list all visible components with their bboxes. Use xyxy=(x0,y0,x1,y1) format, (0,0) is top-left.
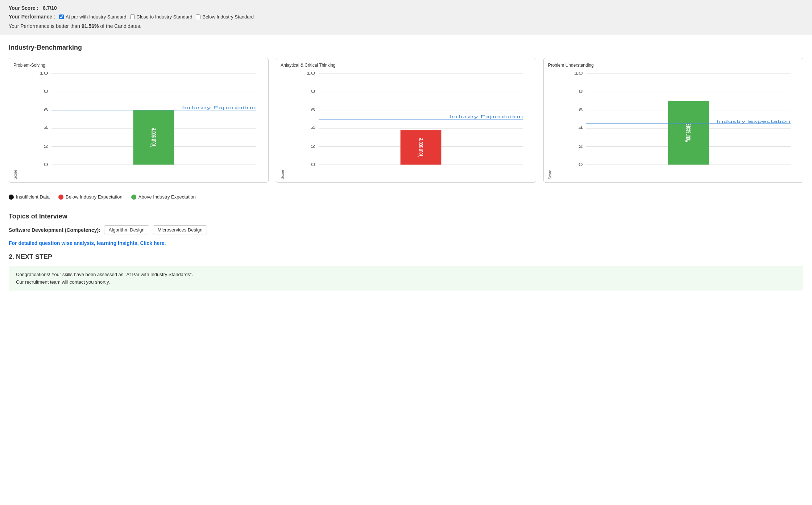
checkbox-atpar-label: At par with Industry Standard xyxy=(66,14,127,20)
chart-title-analytical: Anlaytical & Critical Thinking xyxy=(281,63,531,68)
legend-label: Below Industry Expectation xyxy=(66,194,123,200)
chart-svg-problem-solving: 0246810Your scoreIndustry Expectation xyxy=(19,71,264,172)
svg-text:2: 2 xyxy=(44,144,49,148)
checkbox-atpar[interactable]: At par with Industry Standard xyxy=(59,14,127,20)
legend-item: Insufficient Data xyxy=(9,194,50,200)
congrats-box: Congratulations! Your skills have been a… xyxy=(9,266,803,291)
svg-text:Industry Expectation: Industry Expectation xyxy=(182,106,256,110)
benchmarking-title: Industry-Benchmarking xyxy=(9,44,803,51)
competency-label: Software Development (Competency): xyxy=(9,227,100,233)
score-label: Your Score : xyxy=(9,5,38,11)
svg-text:8: 8 xyxy=(578,89,583,93)
better-than-text-before: Your Performance is better than xyxy=(9,23,82,29)
chart-area-analytical: Score0246810Your scoreIndustry Expectati… xyxy=(281,71,531,179)
congrats-line1: Congratulations! Your skills have been a… xyxy=(16,272,796,277)
legend-row: Insufficient DataBelow Industry Expectat… xyxy=(9,191,803,203)
chart-analytical: Anlaytical & Critical ThinkingScore02468… xyxy=(276,58,536,183)
svg-text:8: 8 xyxy=(311,89,316,93)
legend-dot xyxy=(58,195,63,200)
legend-item: Above Industry Expectation xyxy=(131,194,196,200)
checkbox-close[interactable]: Close to Industry Standard xyxy=(130,14,192,20)
topics-section: Topics of Interview Software Development… xyxy=(9,213,803,246)
svg-text:Your score: Your score xyxy=(683,124,692,142)
charts-row: Problem-SolvingScore0246810Your scoreInd… xyxy=(9,58,803,183)
checkbox-close-label: Close to Industry Standard xyxy=(137,14,192,20)
score-line: Your Score : 6.7/10 xyxy=(9,5,803,11)
main-content: Industry-Benchmarking Problem-SolvingSco… xyxy=(0,35,812,296)
chart-inner-problem-understanding: 0246810Your scoreIndustry Expectation xyxy=(554,71,799,179)
svg-text:8: 8 xyxy=(44,89,49,93)
svg-text:Your score: Your score xyxy=(148,128,158,147)
chart-inner-analytical: 0246810Your scoreIndustry Expectation xyxy=(286,71,531,179)
svg-text:0: 0 xyxy=(44,163,49,167)
svg-text:0: 0 xyxy=(578,163,583,167)
next-step-section: 2. NEXT STEP Congratulations! Your skill… xyxy=(9,253,803,291)
legend-label: Insufficient Data xyxy=(16,194,50,200)
topics-title: Topics of Interview xyxy=(9,213,803,220)
y-axis-label-problem-solving: Score xyxy=(13,71,17,179)
svg-text:10: 10 xyxy=(574,71,583,75)
chart-svg-problem-understanding: 0246810Your scoreIndustry Expectation xyxy=(554,71,799,172)
svg-text:Industry Expectation: Industry Expectation xyxy=(449,115,523,119)
score-value: 6.7/10 xyxy=(43,5,57,11)
svg-text:6: 6 xyxy=(44,108,49,112)
chart-area-problem-understanding: Score0246810Your scoreIndustry Expectati… xyxy=(548,71,799,179)
performance-label: Your Performance : xyxy=(9,14,55,20)
svg-text:6: 6 xyxy=(578,108,583,112)
tag-algorithm: Algorithm Design xyxy=(104,225,149,234)
tag-microservices: Microservices Design xyxy=(153,225,207,234)
top-banner: Your Score : 6.7/10 Your Performance : A… xyxy=(0,0,812,35)
chart-svg-analytical: 0246810Your scoreIndustry Expectation xyxy=(286,71,531,172)
checkbox-below-label: Below Industry Standard xyxy=(202,14,254,20)
legend-dot xyxy=(131,195,136,200)
svg-text:10: 10 xyxy=(306,71,315,75)
checkbox-below-input[interactable] xyxy=(196,14,200,19)
chart-area-problem-solving: Score0246810Your scoreIndustry Expectati… xyxy=(13,71,264,179)
svg-text:Your score: Your score xyxy=(416,138,425,157)
legend-label: Above Industry Expectation xyxy=(138,194,196,200)
svg-text:4: 4 xyxy=(44,126,49,130)
chart-title-problem-solving: Problem-Solving xyxy=(13,63,264,68)
y-axis-label-analytical: Score xyxy=(281,71,285,179)
svg-text:2: 2 xyxy=(578,144,583,148)
svg-text:2: 2 xyxy=(311,144,316,148)
legend-item: Below Industry Expectation xyxy=(58,194,123,200)
svg-text:0: 0 xyxy=(311,163,316,167)
performance-line: Your Performance : At par with Industry … xyxy=(9,14,803,20)
congrats-line2: Our recruitment team will contact you sh… xyxy=(16,279,796,285)
checkbox-close-input[interactable] xyxy=(130,14,135,19)
better-than-text-after: of the Candidates. xyxy=(99,23,142,29)
y-axis-label-problem-understanding: Score xyxy=(548,71,552,179)
checkbox-atpar-input[interactable] xyxy=(59,14,64,19)
svg-text:4: 4 xyxy=(311,126,316,130)
better-than-pct: 91.56% xyxy=(82,23,99,29)
svg-text:10: 10 xyxy=(39,71,48,75)
chart-problem-solving: Problem-SolvingScore0246810Your scoreInd… xyxy=(9,58,269,183)
next-step-title: 2. NEXT STEP xyxy=(9,253,803,261)
chart-inner-problem-solving: 0246810Your scoreIndustry Expectation xyxy=(19,71,264,179)
svg-text:4: 4 xyxy=(578,126,583,130)
svg-text:Industry Expectation: Industry Expectation xyxy=(716,119,790,123)
checkbox-below[interactable]: Below Industry Standard xyxy=(196,14,254,20)
better-than-line: Your Performance is better than 91.56% o… xyxy=(9,23,803,29)
analysis-link[interactable]: For detailed question wise analysis, lea… xyxy=(9,240,803,246)
chart-problem-understanding: Problem UnderstandingScore0246810Your sc… xyxy=(543,58,803,183)
svg-text:6: 6 xyxy=(311,108,316,112)
legend-dot xyxy=(9,195,14,200)
chart-title-problem-understanding: Problem Understanding xyxy=(548,63,799,68)
competency-row: Software Development (Competency): Algor… xyxy=(9,225,803,234)
